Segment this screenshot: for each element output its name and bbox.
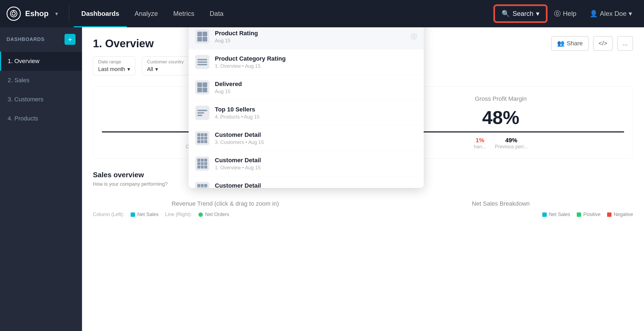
customer-detail-1-icon: [195, 131, 209, 145]
date-range-chevron-icon: ▾: [127, 66, 130, 72]
more-button[interactable]: ...: [617, 36, 633, 51]
nav-divider: [69, 5, 69, 22]
customer-country-filter[interactable]: Customer country All ▾: [142, 56, 189, 75]
content-area: 1. Overview 👥 Share </> ... Date range L…: [82, 27, 644, 331]
customer-detail-2-meta: 1. Overview • Aug 15: [215, 165, 417, 171]
share-icon: 👥: [557, 40, 564, 47]
product-rating-icon: [195, 29, 209, 44]
nav-links: Dashboards Analyze Metrics Data: [74, 0, 495, 27]
customer-country-value: All ▾: [147, 66, 184, 72]
search-button-label: Search: [513, 10, 533, 17]
gross-profit-prev-label: Previous peri...: [495, 144, 528, 150]
help-button[interactable]: ⓪ Help: [549, 5, 582, 22]
product-category-rating-meta: 1. Overview • Aug 15: [215, 63, 417, 69]
search-chevron-icon: ▾: [536, 10, 539, 17]
share-button[interactable]: 👥 Share: [551, 36, 589, 51]
legend1-net-sales: Net Sales: [131, 212, 159, 217]
customer-detail-3-info: Customer Detail 4. Products • Aug 15: [215, 182, 417, 188]
code-button[interactable]: </>: [593, 36, 613, 51]
header-actions: 👥 Share </> ...: [551, 36, 633, 51]
legend1-net-sales-label: Net Sales: [137, 212, 159, 217]
nav-right: 🔍 Search ▾ ⓪ Help 👤 Alex Doe ▾: [494, 5, 637, 22]
legend2-negative: Negative: [607, 212, 633, 217]
net-sales-legend-color: [131, 212, 135, 217]
legend2-positive: Positive: [577, 212, 601, 217]
customer-detail-1-name: Customer Detail: [215, 131, 417, 138]
sidebar-add-button[interactable]: +: [65, 34, 75, 45]
sidebar-title: DASHBOARDS: [7, 37, 45, 42]
help-label: Help: [563, 10, 576, 17]
customer-detail-3-icon: [195, 182, 209, 188]
app-name: Eshop: [25, 9, 49, 18]
product-category-rating-info: Product Category Rating 1. Overview • Au…: [215, 55, 417, 69]
nav-link-data[interactable]: Data: [202, 0, 231, 27]
nav-link-analyze[interactable]: Analyze: [127, 0, 165, 27]
gross-profit-change: 1% han...: [474, 137, 486, 150]
customer-detail-1-info: Customer Detail 3. Customers • Aug 15: [215, 131, 417, 145]
legend2-net-sales-color: [542, 212, 547, 217]
search-result-product-category-rating[interactable]: Product Category Rating 1. Overview • Au…: [189, 49, 424, 75]
product-rating-help-icon[interactable]: ⓪: [411, 32, 417, 41]
product-rating-name: Product Rating: [215, 30, 405, 37]
sidebar-item-customers[interactable]: 3. Customers: [0, 90, 82, 109]
product-category-rating-icon: [195, 55, 209, 69]
customer-detail-2-info: Customer Detail 1. Overview • Aug 15: [215, 157, 417, 171]
sidebar-header: DASHBOARDS +: [0, 27, 82, 52]
top10-sellers-name: Top 10 Sellers: [215, 106, 417, 113]
legend1-line-label: Line (Right):: [165, 212, 192, 217]
app-chevron-icon[interactable]: ▾: [55, 10, 58, 17]
top10-sellers-icon: [195, 106, 209, 120]
product-category-rating-name: Product Category Rating: [215, 55, 417, 62]
delivered-icon: [195, 80, 209, 94]
search-result-delivered[interactable]: Delivered Aug 15: [189, 75, 424, 100]
search-result-customer-detail-2[interactable]: Customer Detail 1. Overview • Aug 15: [189, 151, 424, 176]
logo-icon: [7, 7, 21, 21]
share-label: Share: [567, 40, 583, 47]
gross-profit-prev: 49% Previous peri...: [495, 137, 528, 150]
gross-profit-change-label: han...: [474, 144, 486, 150]
user-chevron-icon: ▾: [629, 10, 632, 17]
sidebar-item-sales[interactable]: 2. Sales: [0, 71, 82, 90]
search-result-product-rating[interactable]: Product Rating Aug 15 ⓪: [189, 27, 424, 49]
search-dropdown: 🔍 ✕ Product Rating: [189, 27, 424, 188]
sidebar-item-overview[interactable]: 1. Overview: [0, 52, 82, 71]
sidebar: DASHBOARDS + 1. Overview 2. Sales 3. Cus…: [0, 27, 82, 331]
search-result-customer-detail-3[interactable]: Customer Detail 4. Products • Aug 15: [189, 176, 424, 188]
customer-country-label: Customer country: [147, 59, 184, 65]
nav-link-metrics[interactable]: Metrics: [166, 0, 202, 27]
sidebar-item-products[interactable]: 4. Products: [0, 109, 82, 128]
user-button[interactable]: 👤 Alex Doe ▾: [584, 6, 637, 21]
date-range-label: Date range: [98, 59, 130, 65]
date-range-filter[interactable]: Date range Last month ▾: [93, 56, 135, 75]
gross-profit-change-value: 1%: [474, 137, 486, 144]
top10-sellers-info: Top 10 Sellers 4. Products • Aug 15: [215, 106, 417, 120]
product-rating-info: Product Rating Aug 15: [215, 30, 405, 44]
legend1: Column (Left): Net Sales Line (Right): N…: [93, 212, 358, 217]
legend2-net-sales: Net Sales: [542, 212, 570, 217]
legend1-col-label: Column (Left):: [93, 212, 124, 217]
legend2: Net Sales Positive Negative: [368, 212, 633, 217]
legends-row: Column (Left): Net Sales Line (Right): N…: [82, 209, 644, 220]
nav-link-dashboards[interactable]: Dashboards: [74, 0, 127, 27]
user-label: Alex Doe: [600, 10, 627, 17]
search-result-top10-sellers[interactable]: Top 10 Sellers 4. Products • Aug 15: [189, 100, 424, 126]
delivered-name: Delivered: [215, 81, 417, 88]
top10-sellers-meta: 4. Products • Aug 15: [215, 114, 417, 120]
net-orders-legend-color: [198, 212, 203, 217]
legend2-positive-label: Positive: [583, 212, 601, 217]
search-results: Product Rating Aug 15 ⓪: [189, 27, 424, 188]
legend2-net-sales-label: Net Sales: [549, 212, 570, 217]
legend2-positive-color: [577, 212, 581, 217]
product-rating-meta: Aug 15: [215, 38, 405, 44]
legend2-negative-label: Negative: [614, 212, 633, 217]
legend2-negative-color: [607, 212, 611, 217]
customer-detail-2-icon: [195, 156, 209, 171]
customer-detail-3-name: Customer Detail: [215, 182, 417, 188]
chart2-title: Net Sales Breakdown: [368, 200, 633, 207]
svg-point-1: [12, 12, 15, 15]
search-result-customer-detail-1[interactable]: Customer Detail 3. Customers • Aug 15: [189, 126, 424, 151]
main-layout: DASHBOARDS + 1. Overview 2. Sales 3. Cus…: [0, 27, 644, 331]
legend1-net-orders-label: Net Orders: [205, 212, 229, 217]
search-button[interactable]: 🔍 Search ▾: [494, 5, 546, 22]
search-icon: 🔍: [502, 10, 510, 17]
